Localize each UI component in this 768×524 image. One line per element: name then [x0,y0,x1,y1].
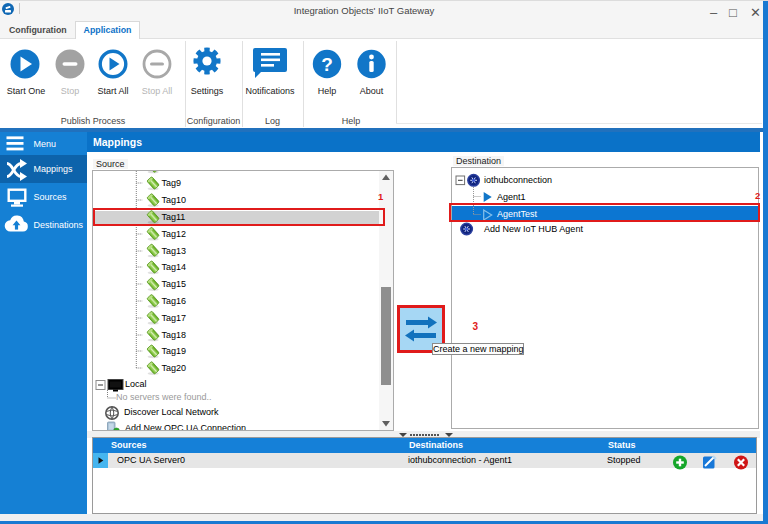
svg-text:?: ? [321,54,333,75]
